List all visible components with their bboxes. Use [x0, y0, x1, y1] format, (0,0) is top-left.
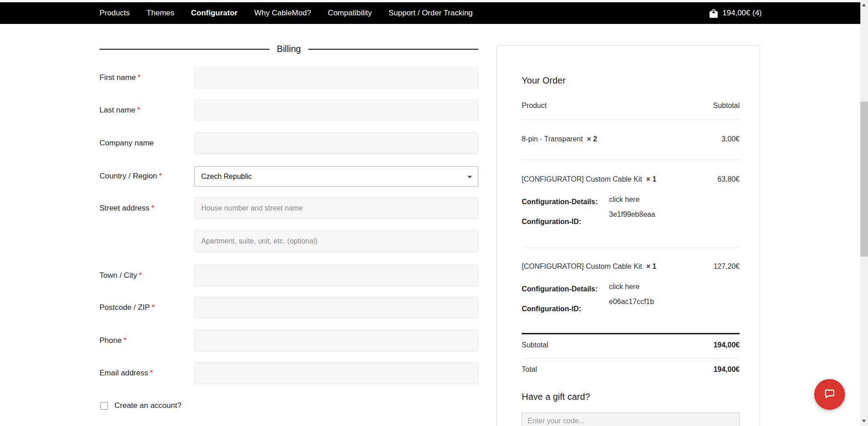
item-quantity: × 2	[587, 135, 597, 143]
subtotal-column-header: Subtotal	[713, 102, 740, 110]
cart-button[interactable]: 194,00€ (4)	[709, 8, 762, 19]
first-name-label: First name*	[99, 67, 141, 89]
email-input[interactable]	[194, 362, 478, 384]
first-name-input[interactable]	[194, 67, 478, 89]
required-mark: *	[151, 204, 155, 212]
divider	[522, 119, 740, 120]
required-mark: *	[137, 73, 141, 82]
billing-title: Billing	[277, 44, 301, 54]
country-row: Country / Region* Czech Republic	[99, 165, 478, 187]
scroll-down-arrow[interactable]	[862, 420, 866, 422]
email-label: Email address*	[99, 362, 153, 384]
subtotal-row: Subtotal 194,00€	[522, 341, 740, 349]
email-row: Email address*	[99, 362, 478, 384]
required-mark: *	[159, 172, 162, 180]
chat-launcher-button[interactable]	[814, 379, 845, 410]
order-table-header: Product Subtotal	[522, 102, 740, 110]
required-mark: *	[137, 106, 140, 114]
first-name-row: First name*	[99, 67, 478, 89]
postcode-label: Postcode / ZIP*	[99, 297, 155, 318]
phone-label: Phone*	[99, 330, 127, 351]
nav-item-compatibility[interactable]: Compatibility	[328, 9, 372, 18]
vertical-scrollbar[interactable]	[860, 0, 868, 426]
nav-item-configurator[interactable]: Configurator	[191, 9, 238, 18]
configuration-details-link[interactable]: click here	[609, 196, 640, 206]
company-row: Company name	[99, 132, 478, 154]
item-quantity: × 1	[646, 175, 656, 183]
product-column-header: Product	[522, 102, 547, 110]
divider	[522, 358, 740, 359]
required-mark: *	[152, 303, 155, 312]
configuration-details-label: Configuration-Details:	[522, 285, 609, 293]
city-input[interactable]	[194, 265, 478, 286]
order-item-row: 8-pin - Transparent× 2 3,00€	[522, 135, 740, 143]
gift-card-heading: Have a gift card?	[522, 392, 740, 402]
cart-total: 194,00€ (4)	[722, 9, 762, 18]
item-name: [CONFIGURATOR] Custom Cable Kit	[522, 262, 642, 270]
item-quantity: × 1	[646, 262, 656, 270]
billing-section-header: Billing	[99, 44, 478, 54]
chevron-down-icon	[467, 176, 472, 178]
street-row: Street address*	[99, 197, 478, 219]
configuration-details-label: Configuration-Details:	[522, 198, 609, 206]
order-summary-panel: Your Order Product Subtotal 8-pin - Tran…	[496, 45, 760, 426]
phone-row: Phone*	[99, 330, 478, 351]
nav-item-themes[interactable]: Themes	[146, 9, 174, 18]
phone-input[interactable]	[194, 330, 478, 351]
street-label: Street address*	[99, 197, 154, 219]
create-account-label[interactable]: Create an account?	[114, 401, 181, 410]
order-item-row: [CONFIGURATOR] Custom Cable Kit× 1 127,2…	[522, 262, 740, 271]
nav-item-products[interactable]: Products	[99, 9, 130, 18]
order-item-row: [CONFIGURATOR] Custom Cable Kit× 1 63,80…	[522, 175, 740, 183]
street-input[interactable]	[194, 197, 478, 219]
nav-item-support-order-tracking[interactable]: Support / Order Tracking	[388, 9, 472, 18]
divider	[522, 247, 740, 247]
scrollbar-thumb[interactable]	[860, 102, 868, 257]
item-price: 63,80€	[717, 175, 740, 183]
item-price: 127,20€	[713, 262, 740, 271]
configuration-details-link[interactable]: click here	[609, 283, 640, 293]
subtotal-value: 194,00€	[713, 341, 740, 349]
gift-card-code-input[interactable]	[522, 412, 740, 426]
nav-item-why-cablemod[interactable]: Why CableMod?	[254, 9, 311, 18]
configuration-id-label: Configuration-ID:	[522, 218, 609, 226]
required-mark: *	[150, 369, 153, 377]
item-name: [CONFIGURATOR] Custom Cable Kit	[522, 175, 642, 183]
configuration-id-row: Configuration-ID: e06ac17ccf1b	[522, 305, 740, 313]
city-label: Town / City*	[99, 265, 142, 286]
top-nav: Products Themes Configurator Why CableMo…	[0, 2, 860, 24]
subtotal-label: Subtotal	[522, 341, 548, 349]
configuration-id-value: e06ac17ccf1b	[609, 298, 654, 313]
country-label: Country / Region*	[99, 165, 162, 187]
required-mark: *	[139, 271, 142, 280]
configuration-id-value: 3e1f99eb8eaa	[609, 211, 655, 226]
country-select[interactable]: Czech Republic	[194, 166, 478, 187]
last-name-row: Last name*	[99, 99, 478, 121]
postcode-input[interactable]	[194, 297, 478, 318]
total-row: Total 194,00€	[522, 365, 740, 374]
totals-divider	[522, 333, 740, 334]
configuration-id-row: Configuration-ID: 3e1f99eb8eaa	[522, 218, 740, 226]
divider	[308, 49, 478, 50]
item-price: 3,00€	[722, 135, 740, 143]
divider	[99, 49, 269, 50]
postcode-row: Postcode / ZIP*	[99, 297, 478, 318]
company-label: Company name	[99, 132, 154, 154]
shopping-bag-icon	[709, 8, 718, 19]
last-name-label: Last name*	[99, 99, 140, 121]
gift-card-input-wrap	[522, 412, 740, 426]
create-account-checkbox[interactable]	[100, 402, 108, 410]
item-name: 8-pin - Transparent	[522, 135, 583, 143]
company-input[interactable]	[194, 132, 478, 154]
last-name-input[interactable]	[194, 99, 478, 121]
total-label: Total	[522, 365, 537, 374]
street2-row	[99, 230, 478, 252]
configuration-id-label: Configuration-ID:	[522, 305, 609, 313]
total-value: 194,00€	[713, 365, 740, 374]
street2-input[interactable]	[194, 230, 478, 252]
country-select-value: Czech Republic	[201, 173, 252, 181]
city-row: Town / City*	[99, 265, 478, 286]
chat-bubble-icon	[822, 386, 837, 403]
scroll-up-arrow[interactable]	[862, 4, 866, 6]
configuration-details-row: Configuration-Details: click here	[522, 198, 740, 206]
